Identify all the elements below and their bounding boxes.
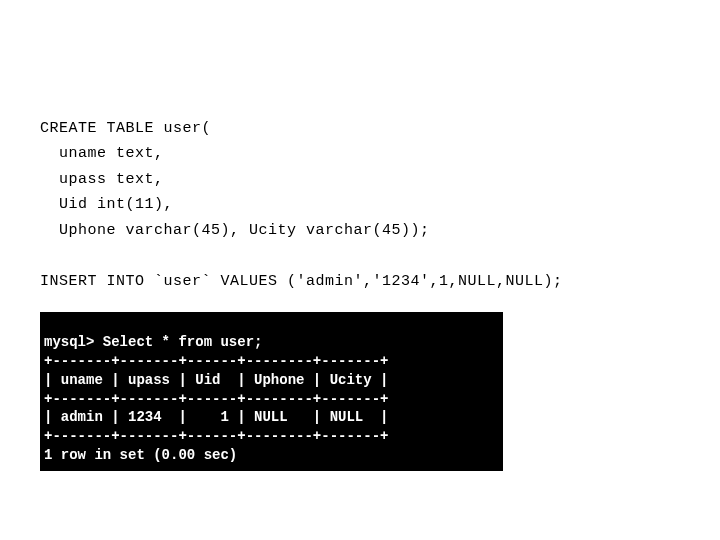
document-page: CREATE TABLE user( uname text, upass tex… bbox=[0, 0, 720, 471]
sql-code-block: CREATE TABLE user( uname text, upass tex… bbox=[40, 90, 680, 294]
sql-line: upass text, bbox=[40, 171, 164, 188]
terminal-border: +-------+-------+------+--------+-------… bbox=[44, 391, 388, 407]
terminal-prompt-line: mysql> Select * from user; bbox=[44, 334, 262, 350]
terminal-header-row: | uname | upass | Uid | Uphone | Ucity | bbox=[44, 372, 388, 388]
sql-line: INSERT INTO `user` VALUES ('admin','1234… bbox=[40, 273, 563, 290]
mysql-terminal-output: mysql> Select * from user; +-------+----… bbox=[40, 312, 503, 471]
terminal-footer: 1 row in set (0.00 sec) bbox=[44, 447, 237, 463]
sql-line: Uphone varchar(45), Ucity varchar(45)); bbox=[40, 222, 430, 239]
terminal-data-row: | admin | 1234 | 1 | NULL | NULL | bbox=[44, 409, 388, 425]
sql-line: uname text, bbox=[40, 145, 164, 162]
terminal-border: +-------+-------+------+--------+-------… bbox=[44, 428, 388, 444]
sql-line: CREATE TABLE user( bbox=[40, 120, 211, 137]
sql-line: Uid int(11), bbox=[40, 196, 173, 213]
terminal-border: +-------+-------+------+--------+-------… bbox=[44, 353, 388, 369]
